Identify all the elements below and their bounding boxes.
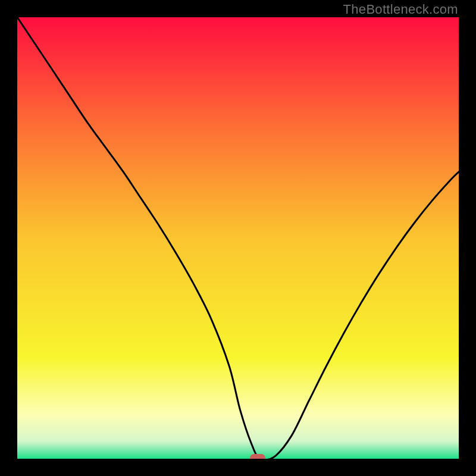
bottleneck-curve bbox=[17, 17, 459, 459]
site-url-watermark: TheBottleneck.com bbox=[343, 2, 458, 17]
plot-area bbox=[17, 17, 459, 459]
optimal-point-marker bbox=[250, 454, 265, 459]
curve-layer bbox=[17, 17, 459, 459]
chart-frame: TheBottleneck.com bbox=[0, 0, 476, 476]
